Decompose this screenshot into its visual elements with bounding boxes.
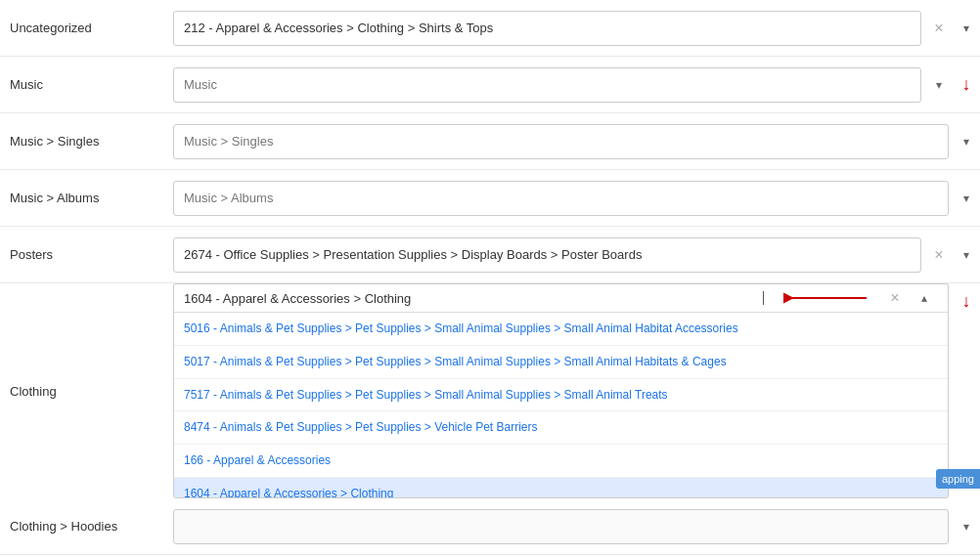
cursor-blink [763, 291, 764, 305]
label-clothing: Clothing [0, 384, 173, 399]
clothing-input-field[interactable]: 1604 - Apparel & Accessories > Clothing … [173, 283, 949, 313]
dropdown-item-4[interactable]: 166 - Apparel & Accessories [174, 445, 948, 478]
label-uncategorized: Uncategorized [0, 21, 173, 35]
dropdown-button-uncategorized[interactable]: ▾ [953, 15, 980, 42]
dropdown-button-clothing-hoodies[interactable]: ▾ [953, 513, 980, 540]
dropdown-button-music[interactable]: ▾ [925, 71, 953, 99]
dropdown-menu-clothing: 5016 - Animals & Pet Supplies > Pet Supp… [173, 313, 949, 498]
input-wrapper-music-albums: ▾ [173, 181, 980, 216]
controls-music: ▾ ↓ [925, 71, 980, 99]
controls-music-singles: ▾ [953, 128, 980, 155]
row-posters: Posters × ▾ [0, 227, 980, 283]
input-wrapper-posters: × ▾ [173, 237, 980, 273]
dropdown-item-0[interactable]: 5016 - Animals & Pet Supplies > Pet Supp… [174, 313, 948, 346]
input-music-singles[interactable] [173, 124, 949, 159]
label-music-albums: Music > Albums [0, 191, 173, 205]
mapping-badge: apping [936, 469, 980, 489]
dropdown-button-music-albums[interactable]: ▾ [953, 185, 980, 212]
input-wrapper-clothing-hoodies: ▾ [173, 509, 980, 544]
row-music: Music ▾ ↓ [0, 57, 980, 113]
row-wrapper-clothing: Clothing 1604 - Apparel & Accessories > … [0, 283, 980, 498]
input-wrapper-music-singles: ▾ [173, 124, 980, 159]
controls-uncategorized: × ▾ [925, 15, 980, 42]
input-wrapper-uncategorized: × ▾ [173, 11, 980, 46]
dropdown-item-2[interactable]: 7517 - Animals & Pet Supplies > Pet Supp… [174, 379, 948, 412]
dropdown-item-5[interactable]: 1604 - Apparel & Accessories > Clothing [174, 478, 948, 498]
red-left-arrow [783, 285, 871, 311]
down-arrow-button-music[interactable]: ↓ [953, 71, 980, 99]
controls-posters: × ▾ [925, 241, 980, 269]
input-wrapper-clothing: 1604 - Apparel & Accessories > Clothing … [173, 283, 949, 498]
row-music-singles: Music > Singles ▾ [0, 113, 980, 170]
dropdown-item-1[interactable]: 5017 - Animals & Pet Supplies > Pet Supp… [174, 346, 948, 379]
row-clothing: Clothing 1604 - Apparel & Accessories > … [0, 283, 980, 498]
row-uncategorized: Uncategorized × ▾ [0, 0, 980, 57]
input-music[interactable] [173, 67, 921, 103]
row-clothing-hoodies: Clothing > Hoodies ▾ [0, 498, 980, 555]
controls-music-albums: ▾ [953, 185, 980, 212]
outer-controls-clothing: ↓ [953, 283, 980, 315]
label-music: Music [0, 77, 173, 92]
row-music-albums: Music > Albums ▾ [0, 170, 980, 227]
input-posters[interactable] [173, 237, 921, 273]
clear-button-clothing[interactable]: × [881, 284, 909, 312]
main-container: Uncategorized × ▾ Music ▾ ↓ Music > Sing… [0, 0, 980, 557]
up-arrow-button-clothing[interactable]: ▴ [911, 284, 938, 312]
input-uncategorized[interactable] [173, 11, 921, 46]
label-music-singles: Music > Singles [0, 134, 173, 149]
controls-clothing-hoodies: ▾ [953, 513, 980, 540]
input-clothing-hoodies[interactable] [173, 509, 949, 544]
dropdown-item-3[interactable]: 8474 - Animals & Pet Supplies > Pet Supp… [174, 411, 948, 445]
clear-button-posters[interactable]: × [925, 241, 953, 269]
label-clothing-hoodies: Clothing > Hoodies [0, 519, 173, 534]
label-posters: Posters [0, 247, 173, 262]
input-wrapper-music: ▾ ↓ [173, 67, 980, 103]
dropdown-button-posters[interactable]: ▾ [953, 241, 980, 269]
input-music-albums[interactable] [173, 181, 949, 216]
clear-button-uncategorized[interactable]: × [925, 15, 953, 42]
dropdown-button-music-singles[interactable]: ▾ [953, 128, 980, 155]
down-arrow-button-clothing[interactable]: ↓ [953, 287, 980, 315]
clothing-input-text: 1604 - Apparel & Accessories > Clothing [184, 291, 762, 306]
